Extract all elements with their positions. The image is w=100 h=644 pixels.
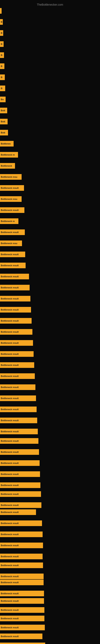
bar-label: B [1,54,2,56]
bar-label: Bottleneck result [1,544,19,546]
bar-label: Bottleneck result [1,275,19,278]
list-item: B [0,64,100,69]
list-item: Bottleneck result [0,580,100,585]
bar-label: Bottleneck result [1,617,19,620]
list-item: Bottleneck result [0,598,100,604]
list-item: Bottleneck result [0,185,100,191]
bar-label: Bottleneck result [1,440,19,442]
list-item: B [0,41,100,47]
list-item: Bottleneck resu [0,196,100,202]
bar-label: Bottleneck result [1,209,19,211]
bar-label: Bottleneck re [1,154,15,156]
bar-label: Bottleneck result [1,353,19,355]
list-item: Bottlenec [0,141,100,146]
list-item: Bottleneck result [0,351,100,357]
list-item: Bottleneck result [0,509,100,515]
bar-label: Bottleneck result [1,635,19,638]
bar-label: Bottleneck result [1,408,19,410]
bar-label: Bottleneck result [1,386,19,388]
bar-label: Bottleneck result [1,600,19,602]
bar-label: Bottleneck result [1,231,19,234]
list-item: Bottleneck result [0,460,100,466]
bar-label: Bottleneck result [1,397,19,400]
list-item: Bott [0,130,100,136]
list-item: Bottleneck result [0,625,100,630]
bar-label: Bottleneck result [1,626,19,629]
list-item: Bottleneck result [0,471,100,477]
list-item: Bottleneck result [0,554,100,559]
bar-label: B [1,21,2,23]
list-item: Bottleneck result [0,574,100,579]
list-item: Bottleneck result [0,634,100,639]
bar-label: Bottleneck result [1,533,19,536]
list-item: Bottleneck re [0,218,100,224]
list-item: Bottleneck result [0,542,100,548]
bar-label: Bottleneck resu [1,242,17,244]
bar-label: Bottleneck result [1,522,19,524]
bar-label: Bottleneck result [1,298,19,300]
bar-label: Bottleneck result [1,331,19,333]
list-item: Bottleneck result [0,396,100,401]
list-item: Bottleneck result [0,429,100,434]
list-item: B [0,74,100,80]
bar-label: B [1,32,2,34]
list-item: Bottleneck result [0,340,100,346]
list-item: Bott [0,108,100,113]
bar-label: Bottleneck result [1,451,19,453]
list-item: Bottleneck result [0,438,100,444]
bar-label: Bo [1,98,4,100]
bar-label: Bott [1,120,5,123]
bar-label: Bottleneck result [1,286,19,289]
bar-label: Bottleneck result [1,473,19,475]
list-item: Bottleneck result [0,642,100,644]
bar-label: Bott [1,132,5,134]
list-item: Bottleneck result [0,449,100,455]
bar-label: Bottleneck result [1,511,19,514]
bar-label: B [1,76,2,78]
bar-label: Bottleneck result [1,581,19,584]
bar-label: Bottleneck result [1,364,19,366]
bars-container: BBBBBBBBoBottBottBottBottlenecBottleneck… [0,8,100,644]
list-item: Bottleneck result [0,285,100,290]
bar-label: Bott [1,109,5,112]
list-item: Bottleneck result [0,230,100,235]
bar-label: Bottleneck result [1,430,19,433]
list-item: Bottleneck result [0,616,100,621]
bar-label: Bottleneck result [1,592,19,595]
bar-label: Bottleneck resu [1,198,17,200]
bar-label: Bottleneck result [1,462,19,464]
bar-label: B [1,43,2,45]
list-item: Bottleneck result [0,482,100,488]
list-item: Bottleneck result [0,532,100,537]
list-item: B [0,30,100,36]
list-item: Bottleneck result [0,373,100,379]
list-item: Bottleneck result [0,252,100,257]
bar-label: Bottleneck result [1,264,19,267]
bar-label: Bottleneck result [1,493,19,495]
bar-label: Bottleneck result [1,308,19,311]
list-item: Bottleneck result [0,418,100,423]
bar-label: Bottleneck result [1,575,19,578]
list-item: Bottleneck result [0,263,100,268]
bar-label: Bottleneck result [1,419,19,422]
list-item: Bottleneck result [0,329,100,335]
list-item: Bottleneck result [0,406,100,412]
list-item: Bottleneck result [0,384,100,390]
list-item: Bottleneck result [0,562,100,568]
bar-label: Bottleneck [1,164,12,167]
list-item: Bottleneck [0,163,100,169]
list-item: Bottleneck result [0,607,100,613]
list-item: B [0,19,100,25]
bar-label: B [1,65,2,68]
list-item: Bottleneck resu [0,174,100,180]
bar-label: B [1,87,2,90]
bar-label: Bottleneck result [1,342,19,344]
bar-label: Bottleneck result [1,504,19,506]
list-item: Bottleneck result [0,307,100,312]
bar-label: Bottlenec [1,142,11,145]
bar-label: Bottleneck result [1,375,19,377]
list-item: Bottleneck result [0,318,100,324]
list-item: B [0,86,100,91]
bar-label: Bottleneck result [1,253,19,256]
bar-label: Bottleneck resu [1,176,17,178]
